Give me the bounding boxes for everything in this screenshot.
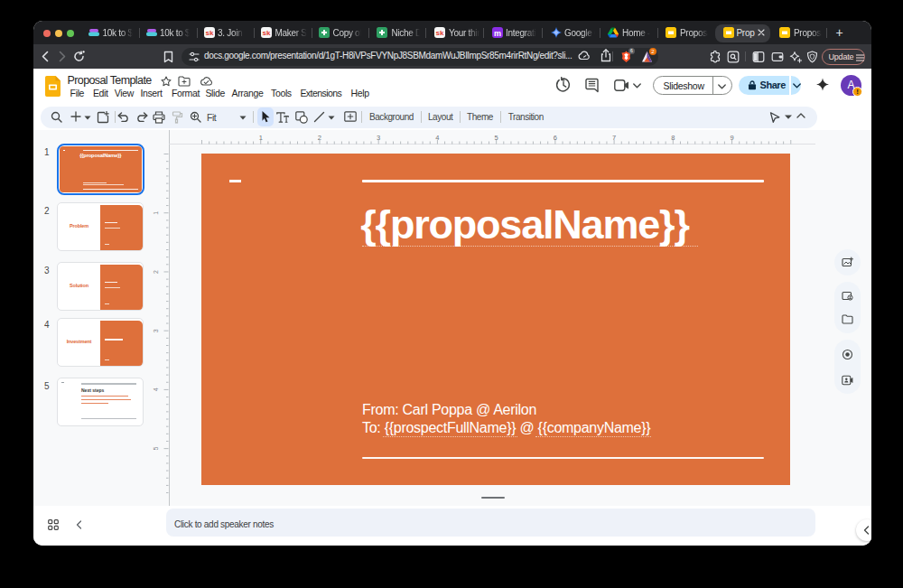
svg-text:6: 6: [553, 134, 556, 142]
svg-text:sk: sk: [263, 29, 271, 37]
svg-text:4: 4: [435, 134, 439, 142]
svg-text:5: 5: [153, 447, 159, 451]
svg-text:3: 3: [153, 329, 159, 332]
svg-text:1: 1: [258, 134, 262, 142]
svg-text:3: 3: [377, 134, 380, 142]
svg-text:2: 2: [317, 134, 321, 142]
svg-text:9: 9: [730, 134, 733, 142]
svg-text:5: 5: [494, 134, 498, 142]
svg-text:4: 4: [153, 387, 159, 391]
svg-text:7: 7: [612, 134, 616, 142]
svg-text:1: 1: [153, 211, 159, 215]
svg-text:8: 8: [671, 134, 675, 142]
svg-text:sk: sk: [205, 29, 213, 37]
svg-text:sk: sk: [435, 29, 443, 37]
svg-text:m: m: [493, 29, 500, 38]
svg-text:2: 2: [153, 270, 159, 274]
